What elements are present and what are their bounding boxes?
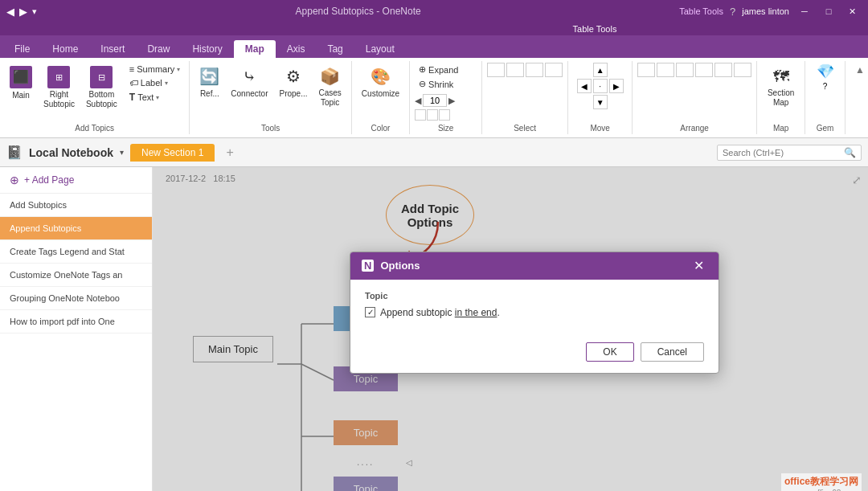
expand-button[interactable]: ⊕ Expand xyxy=(415,63,477,76)
select-btn-3[interactable] xyxy=(526,63,543,77)
customize-button[interactable]: 🎨 Customize xyxy=(357,63,404,102)
connector-button[interactable]: ⤷ Connector xyxy=(226,63,272,102)
group-map: 🗺 SectionMap Map xyxy=(757,61,805,134)
section-map-button[interactable]: 🗺 SectionMap xyxy=(763,63,799,111)
arrange-btn-6[interactable] xyxy=(734,63,751,77)
notebook-dropdown-icon[interactable]: ▾ xyxy=(120,148,124,157)
properties-button[interactable]: ⚙ Prope... xyxy=(274,63,312,102)
group-select: Select xyxy=(482,61,568,134)
search-box: 🔍 xyxy=(717,145,862,161)
size-right-arrow[interactable]: ▶ xyxy=(448,96,455,106)
size-input[interactable] xyxy=(423,94,447,107)
back-icon[interactable]: ◀ xyxy=(6,6,14,18)
tab-file[interactable]: File xyxy=(3,40,41,58)
move-right-btn[interactable]: ▶ xyxy=(609,79,624,93)
right-subtopic-button[interactable]: ⊞ RightSubtopic xyxy=(39,63,80,113)
cases-topic-button[interactable]: 📦 CasesTopic xyxy=(314,63,346,111)
ribbon: Table Tools File Home Insert Draw Histor… xyxy=(0,23,868,138)
group-move: ▲ ◀ · ▶ ▼ Move xyxy=(568,61,633,134)
tab-layout[interactable]: Layout xyxy=(354,40,406,58)
minimize-button[interactable]: ─ xyxy=(796,4,813,18)
sidebar-item-create-tags[interactable]: Create Tags Legend and Stat xyxy=(0,240,152,264)
gem-icon[interactable]: 💎 xyxy=(817,63,834,80)
add-page-button[interactable]: ⊕ + Add Page xyxy=(0,167,152,194)
group-gem-label: Gem xyxy=(817,122,834,133)
arrange-btn-3[interactable] xyxy=(676,63,694,77)
move-up-btn[interactable]: ▲ xyxy=(593,63,608,77)
dialog-section-label: Topic xyxy=(365,291,704,301)
append-checkbox[interactable] xyxy=(365,307,375,317)
ok-button[interactable]: OK xyxy=(586,342,633,362)
size-left-arrow[interactable]: ◀ xyxy=(415,96,421,106)
sidebar-item-import-pdf[interactable]: How to import pdf into One xyxy=(0,310,152,333)
arrange-btn-2[interactable] xyxy=(657,63,674,77)
menu-icon[interactable]: ▾ xyxy=(32,6,37,17)
grid-btn-3[interactable] xyxy=(439,109,450,121)
tab-map[interactable]: Map xyxy=(234,40,276,58)
select-btn-1[interactable] xyxy=(487,63,505,77)
ribbon-collapse-btn[interactable]: ▲ xyxy=(852,61,868,134)
group-move-label: Move xyxy=(590,122,609,133)
tab-history[interactable]: History xyxy=(181,40,233,58)
refresh-button[interactable]: 🔄 Ref... xyxy=(194,63,224,102)
restore-button[interactable]: □ xyxy=(820,4,837,18)
group-map-label: Map xyxy=(773,122,788,133)
add-page-icon: ⊕ xyxy=(10,174,19,186)
cancel-button[interactable]: Cancel xyxy=(641,342,704,362)
tab-draw[interactable]: Draw xyxy=(136,40,181,58)
app-title: Append Subtopics - OneNote xyxy=(296,6,421,17)
group-arrange-label: Arrange xyxy=(680,122,709,133)
forward-icon[interactable]: ▶ xyxy=(19,6,27,18)
sidebar-item-append-subtopics[interactable]: Append Subtopics xyxy=(0,217,152,240)
dialog-title: Options xyxy=(380,260,420,272)
select-btn-2[interactable] xyxy=(506,63,524,77)
bottom-subtopic-button[interactable]: ⊟ BottomSubtopic xyxy=(81,63,122,113)
user-name: james linton xyxy=(742,6,789,16)
tab-home[interactable]: Home xyxy=(41,40,89,58)
text-icon: T xyxy=(129,92,135,103)
help-icon[interactable]: ? xyxy=(730,6,735,18)
notebook-bar: 📓 Local Notebook ▾ New Section 1 + 🔍 xyxy=(0,138,868,167)
label-button[interactable]: 🏷 Label ▾ xyxy=(125,76,184,89)
sidebar-item-add-subtopics[interactable]: Add Subtopics xyxy=(0,194,152,217)
label-icon: 🏷 xyxy=(129,78,138,88)
tab-axis[interactable]: Axis xyxy=(276,40,317,58)
sidebar-item-customize-onenote[interactable]: Customize OneNote Tags an xyxy=(0,264,152,287)
arrange-btn-4[interactable] xyxy=(695,63,713,77)
tab-insert[interactable]: Insert xyxy=(89,40,136,58)
group-arrange: Arrange xyxy=(633,61,757,134)
dialog-header: N Options ✕ xyxy=(350,252,719,280)
move-center-btn[interactable]: · xyxy=(593,79,608,93)
add-section-button[interactable]: + xyxy=(221,145,238,160)
grid-btn-2[interactable] xyxy=(427,109,438,121)
arrange-btn-1[interactable] xyxy=(637,63,655,77)
search-input[interactable] xyxy=(723,148,844,158)
expand-icon: ⊕ xyxy=(419,64,426,75)
dialog-close-button[interactable]: ✕ xyxy=(690,257,707,275)
group-size-label: Size xyxy=(438,122,453,133)
sidebar-item-grouping[interactable]: Grouping OneNote Noteboo xyxy=(0,287,152,310)
dialog-icon: N xyxy=(362,260,374,272)
grid-btn-1[interactable] xyxy=(415,109,426,121)
title-bar-right: Table Tools ? james linton ─ □ ✕ xyxy=(679,4,862,18)
main-button[interactable]: ⬛ Main xyxy=(5,63,37,104)
tab-tag[interactable]: Tag xyxy=(316,40,354,58)
search-icon[interactable]: 🔍 xyxy=(844,147,856,158)
arrange-btn-5[interactable] xyxy=(714,63,732,77)
group-color: 🎨 Customize Color xyxy=(352,61,410,134)
checkbox-label: Append subtopic in the end. xyxy=(380,307,500,318)
watermark: office教程学习网 www.office68.com xyxy=(781,473,862,491)
move-down-btn[interactable]: ▼ xyxy=(593,95,608,109)
gem-help[interactable]: ? xyxy=(823,82,828,91)
table-tools-bar: Table Tools xyxy=(0,23,868,35)
shrink-button[interactable]: ⊖ Shrink xyxy=(415,77,477,91)
move-left-btn[interactable]: ◀ xyxy=(577,79,592,93)
close-button[interactable]: ✕ xyxy=(844,4,862,18)
summary-button[interactable]: ≡ Summary ▾ xyxy=(125,63,184,76)
text-button[interactable]: T Text ▾ xyxy=(125,90,184,104)
shrink-icon: ⊖ xyxy=(419,79,426,89)
main-content: ⊕ + Add Page Add Subtopics Append Subtop… xyxy=(0,167,868,491)
section-tab[interactable]: New Section 1 xyxy=(130,144,215,162)
select-btn-4[interactable] xyxy=(545,63,563,77)
table-tools-label: Table Tools xyxy=(679,6,723,16)
